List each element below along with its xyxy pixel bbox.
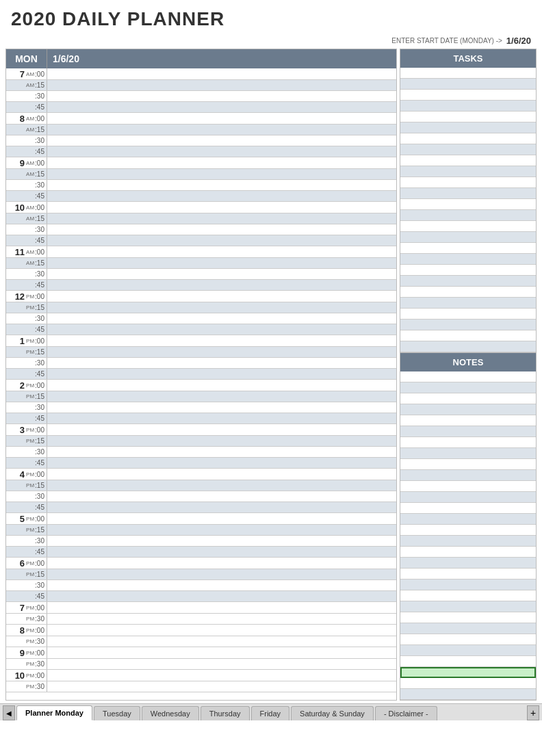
tasks-header: TASKS	[400, 49, 536, 68]
tab-add-button[interactable]: +	[527, 705, 539, 720]
task-row[interactable]	[400, 90, 536, 101]
date-prompt-label: ENTER START DATE (MONDAY) ->	[391, 37, 502, 44]
task-row[interactable]	[400, 177, 536, 188]
task-row[interactable]	[400, 298, 536, 309]
note-row[interactable]	[400, 437, 536, 448]
time-row: :30	[6, 269, 396, 280]
time-row: :30	[6, 402, 396, 413]
note-row[interactable]	[400, 623, 536, 634]
task-row[interactable]	[400, 254, 536, 265]
time-row: :45	[6, 369, 396, 380]
tab-tuesday[interactable]: Tuesday	[94, 706, 140, 720]
note-row[interactable]	[400, 536, 536, 547]
note-row[interactable]	[400, 481, 536, 492]
note-row-highlighted[interactable]	[400, 667, 536, 678]
tab-thursday[interactable]: Thursday	[201, 706, 250, 720]
time-row: 3PM:00	[6, 424, 396, 436]
note-row[interactable]	[400, 393, 536, 404]
time-row: :45	[6, 458, 396, 469]
note-row[interactable]	[400, 514, 536, 525]
note-row[interactable]	[400, 612, 536, 623]
time-row: :30	[6, 536, 396, 547]
side-column: TASKS	[400, 49, 537, 701]
time-row: AM:15	[6, 169, 396, 180]
task-row[interactable]	[400, 79, 536, 90]
time-row: PM:15	[6, 302, 396, 313]
task-row[interactable]	[400, 166, 536, 177]
task-row[interactable]	[400, 210, 536, 221]
note-row[interactable]	[400, 590, 536, 601]
note-row[interactable]	[400, 492, 536, 503]
task-row[interactable]	[400, 320, 536, 330]
task-row[interactable]	[400, 133, 536, 144]
note-row[interactable]	[400, 547, 536, 558]
time-row: 7AM:00	[6, 68, 396, 80]
tab-friday[interactable]: Friday	[251, 706, 290, 720]
tab-wednesday[interactable]: Wednesday	[142, 706, 199, 720]
note-row[interactable]	[400, 470, 536, 481]
note-row[interactable]	[400, 426, 536, 437]
time-row: :45	[6, 146, 396, 157]
tab-planner-monday[interactable]: Planner Monday	[16, 705, 92, 720]
note-row[interactable]	[400, 372, 536, 382]
note-row[interactable]	[400, 678, 536, 689]
task-row[interactable]	[400, 112, 536, 122]
task-row[interactable]	[400, 276, 536, 287]
note-row[interactable]	[400, 689, 536, 700]
time-row: PM:30	[6, 681, 396, 692]
task-row[interactable]	[400, 341, 536, 352]
time-row: 5PM:00	[6, 513, 396, 525]
tasks-section: TASKS	[400, 49, 537, 353]
task-row[interactable]	[400, 265, 536, 276]
note-row[interactable]	[400, 503, 536, 514]
time-row: :45	[6, 191, 396, 202]
schedule-column: MON 1/6/20 7AM:00 AM:15 :30 :45 8AM:00 A…	[5, 49, 397, 701]
task-row[interactable]	[400, 243, 536, 254]
task-row[interactable]	[400, 330, 536, 341]
note-row[interactable]	[400, 404, 536, 415]
time-row: 12PM:00	[6, 291, 396, 302]
task-row[interactable]	[400, 122, 536, 133]
note-row[interactable]	[400, 382, 536, 393]
time-row: :45	[6, 413, 396, 424]
note-row[interactable]	[400, 656, 536, 667]
time-row: 10PM:00	[6, 670, 396, 681]
tab-nav-prev-button[interactable]: ◀	[3, 705, 15, 720]
task-row[interactable]	[400, 221, 536, 232]
note-row[interactable]	[400, 558, 536, 569]
time-row: :30	[6, 447, 396, 458]
task-row[interactable]	[400, 101, 536, 112]
schedule-date: 1/6/20	[47, 49, 396, 68]
time-row: 8PM:00	[6, 625, 396, 636]
task-row[interactable]	[400, 68, 536, 79]
note-row[interactable]	[400, 525, 536, 536]
note-row[interactable]	[400, 645, 536, 656]
task-row[interactable]	[400, 232, 536, 243]
task-row[interactable]	[400, 188, 536, 199]
time-row: 7PM:00	[6, 602, 396, 614]
schedule-header: MON 1/6/20	[6, 49, 396, 68]
task-row[interactable]	[400, 287, 536, 298]
note-row[interactable]	[400, 634, 536, 645]
time-row: :45	[6, 502, 396, 513]
tab-disclaimer[interactable]: - Disclaimer -	[375, 706, 437, 720]
note-row[interactable]	[400, 448, 536, 459]
time-row: AM:15	[6, 213, 396, 224]
task-row[interactable]	[400, 309, 536, 320]
tab-saturday-sunday[interactable]: Saturday & Sunday	[291, 706, 374, 720]
time-row: :30	[6, 224, 396, 235]
note-row[interactable]	[400, 569, 536, 579]
note-row[interactable]	[400, 415, 536, 426]
task-row[interactable]	[400, 155, 536, 166]
tab-bar: ◀ Planner Monday Tuesday Wednesday Thurs…	[0, 703, 542, 720]
task-row[interactable]	[400, 199, 536, 210]
time-row: AM:15	[6, 258, 396, 269]
note-row[interactable]	[400, 579, 536, 590]
time-row: :45	[6, 235, 396, 246]
task-row[interactable]	[400, 144, 536, 155]
time-row: PM:15	[6, 480, 396, 491]
time-row: PM:30	[6, 659, 396, 670]
time-row: :45	[6, 324, 396, 335]
note-row[interactable]	[400, 601, 536, 612]
note-row[interactable]	[400, 459, 536, 470]
